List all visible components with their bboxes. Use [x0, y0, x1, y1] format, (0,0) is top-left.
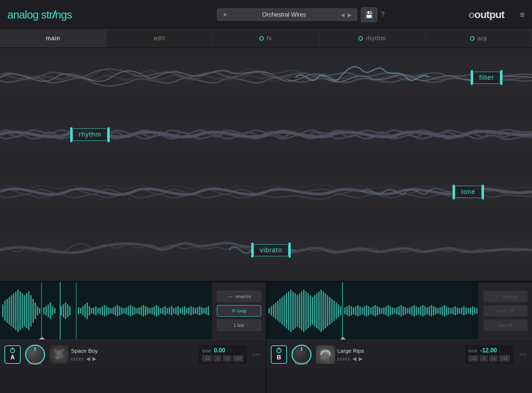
svg-rect-150: [375, 305, 376, 317]
channel-b: ← ← reverse loop off rate off B volume: [266, 282, 532, 393]
svg-rect-66: [149, 308, 151, 314]
channel-a-power-button[interactable]: A: [4, 345, 21, 364]
svg-rect-114: [297, 295, 298, 327]
channel-a-more-button[interactable]: [252, 352, 261, 357]
svg-rect-48: [110, 308, 112, 314]
svg-rect-29: [65, 303, 66, 319]
svg-rect-40: [93, 307, 95, 314]
channel-a-sample-info: Space Boy ▮▮▮▮▮ ◀ ▶: [71, 347, 194, 362]
save-button[interactable]: 💾: [361, 7, 377, 22]
tone-slider[interactable]: tone: [453, 185, 484, 199]
channel-a-tune-plus1[interactable]: +1: [223, 355, 231, 362]
svg-rect-54: [123, 308, 125, 314]
svg-rect-86: [192, 307, 194, 314]
svg-rect-185: [450, 308, 452, 314]
channel-a: ← ← reverse ⟲ loop 1 bar A volume: [0, 282, 266, 393]
channel-a-tune-plus12[interactable]: +12: [233, 355, 243, 362]
channel-b-waveform[interactable]: [266, 282, 478, 339]
channel-a-bar-button[interactable]: 1 bar: [217, 319, 261, 331]
svg-rect-137: [347, 306, 348, 315]
channel-a-prev-sample[interactable]: ◀: [86, 356, 90, 362]
svg-rect-4: [8, 297, 10, 325]
channel-b-tune-section: tune -12.00 -12 -1 +1 +12: [465, 345, 514, 364]
svg-rect-176: [431, 305, 432, 317]
channel-a-loop-button[interactable]: ⟲ loop: [217, 305, 261, 317]
string-row-rhythm: rhythm: [0, 106, 532, 163]
prev-preset-arrow[interactable]: ◀: [341, 12, 345, 18]
channel-b-tune-minus12[interactable]: -12: [468, 355, 478, 362]
channel-b-reverse-button[interactable]: ← ← reverse: [483, 291, 528, 302]
channel-a-tune-minus12[interactable]: -12: [202, 355, 212, 362]
tab-fx[interactable]: fx: [213, 30, 319, 47]
svg-rect-88: [197, 307, 198, 314]
channel-b-next-sample[interactable]: ▶: [359, 356, 363, 362]
channel-a-waveform[interactable]: [0, 282, 212, 339]
svg-rect-56: [128, 306, 129, 315]
svg-rect-124: [318, 291, 320, 330]
tab-edit[interactable]: edit: [106, 30, 213, 47]
svg-rect-58: [132, 306, 133, 315]
svg-rect-165: [407, 308, 409, 314]
svg-rect-14: [30, 295, 32, 327]
channel-b-tune-minus1[interactable]: -1: [480, 355, 488, 362]
waveform-a-svg: [0, 282, 212, 339]
svg-rect-194: [470, 307, 471, 314]
svg-rect-135: [342, 282, 343, 339]
help-button[interactable]: ?: [381, 11, 385, 18]
svg-rect-24: [52, 306, 54, 315]
svg-rect-163: [403, 306, 404, 315]
svg-rect-155: [385, 306, 387, 315]
channel-b-tune-plus12[interactable]: +12: [499, 355, 510, 362]
rhythm-slider[interactable]: rhythm: [70, 127, 110, 142]
channel-b-tune-plus1[interactable]: +1: [489, 355, 498, 362]
channel-b-loop-off-button[interactable]: loop off: [483, 305, 528, 317]
tab-edit-label: edit: [154, 35, 165, 42]
channel-b-bottom: B volume L: [266, 339, 532, 369]
output-logo: ooutput: [468, 9, 512, 21]
next-preset-arrow[interactable]: ▶: [348, 12, 352, 18]
filter-slider[interactable]: filter: [471, 70, 502, 85]
rhythm-label: rhythm: [72, 129, 108, 141]
svg-rect-67: [151, 307, 153, 314]
filter-bracket-right: [500, 70, 502, 85]
channel-a-thumb-icon: [52, 347, 66, 362]
tab-rhythm-label: rhythm: [366, 35, 386, 42]
svg-rect-173: [424, 306, 426, 315]
channel-b-rate-off-button[interactable]: rate off: [483, 319, 528, 331]
svg-rect-174: [426, 307, 428, 314]
svg-rect-84: [188, 307, 190, 314]
channel-b-prev-sample[interactable]: ◀: [352, 356, 357, 362]
vibrato-label: vibrato: [253, 244, 289, 256]
svg-rect-179: [437, 308, 439, 314]
channel-b-more-button[interactable]: [518, 352, 528, 357]
svg-rect-17: [37, 306, 38, 315]
svg-rect-153: [381, 308, 382, 314]
tab-main[interactable]: main: [0, 30, 106, 47]
star-icon[interactable]: ★: [222, 11, 228, 18]
svg-rect-62: [141, 306, 142, 315]
svg-rect-147: [368, 306, 369, 315]
channel-a-next-sample[interactable]: ▶: [92, 356, 96, 362]
svg-rect-70: [158, 306, 160, 315]
channel-b-power-button[interactable]: B: [271, 345, 287, 364]
svg-rect-22: [48, 304, 49, 317]
channel-a-reverse-button[interactable]: ← ← reverse: [217, 291, 261, 302]
svg-point-98: [59, 354, 63, 359]
svg-rect-149: [372, 306, 374, 315]
tab-arp[interactable]: arp: [426, 30, 532, 47]
main-content: filter rhythm: [0, 48, 532, 281]
svg-rect-190: [461, 307, 463, 314]
menu-icon[interactable]: ≡: [520, 10, 525, 20]
channel-a-tune-minus1[interactable]: -1: [214, 355, 221, 362]
svg-rect-57: [130, 305, 131, 317]
vibrato-slider[interactable]: vibrato: [251, 243, 291, 257]
svg-rect-50: [115, 306, 116, 315]
svg-rect-160: [396, 307, 398, 314]
svg-rect-197: [476, 308, 478, 314]
svg-rect-2: [4, 301, 6, 321]
svg-rect-3: [7, 299, 8, 323]
tab-rhythm[interactable]: rhythm: [319, 30, 426, 47]
svg-rect-129: [329, 297, 331, 325]
channel-b-tune-buttons: -12 -1 +1 +12: [468, 355, 510, 362]
svg-rect-108: [284, 295, 285, 327]
